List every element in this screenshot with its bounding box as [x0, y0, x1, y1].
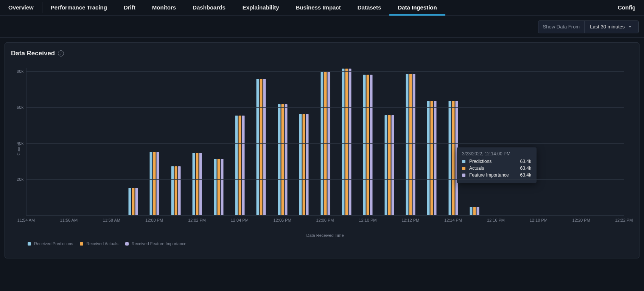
legend-item[interactable]: Received Predictions	[28, 241, 73, 246]
tab-performance-tracing[interactable]: Performance Tracing	[42, 0, 115, 16]
bar	[196, 153, 199, 216]
bar-group[interactable]	[171, 166, 180, 215]
bar	[348, 69, 351, 215]
bar	[174, 166, 177, 215]
bar	[281, 104, 284, 215]
toolbar: Show Data From Last 30 minutes	[0, 16, 644, 38]
x-tick-label: 12:02 PM	[188, 218, 206, 222]
bar	[299, 114, 302, 215]
bar	[384, 115, 387, 215]
bar	[434, 101, 437, 215]
time-range-dropdown[interactable]: Show Data From Last 30 minutes	[538, 20, 639, 33]
bar	[153, 152, 156, 215]
bar	[370, 75, 373, 215]
bar	[263, 79, 266, 216]
bar-group[interactable]	[278, 104, 287, 215]
bar	[260, 79, 263, 216]
plot-area[interactable]: 3/23/2022, 12:14:00 PM Predictions63.4kA…	[26, 68, 624, 216]
bar-group[interactable]	[257, 79, 266, 216]
y-tick-label: 60k	[17, 105, 26, 110]
bar-group[interactable]	[128, 188, 138, 215]
tab-dashboards[interactable]: Dashboards	[184, 0, 234, 16]
x-tick-label: 12:14 PM	[444, 218, 462, 222]
bar-group[interactable]	[342, 69, 351, 215]
bar	[199, 153, 202, 216]
bar-group[interactable]	[470, 207, 479, 215]
tab-config[interactable]: Config	[610, 0, 644, 16]
bar	[473, 207, 476, 215]
time-range-label: Show Data From	[538, 21, 585, 33]
gridline	[26, 179, 624, 180]
bar	[132, 188, 134, 215]
bar	[470, 207, 473, 215]
x-tick-label: 12:08 PM	[316, 218, 334, 222]
x-tick-label: 12:22 PM	[615, 218, 633, 222]
bar-group[interactable]	[214, 159, 223, 215]
legend-item[interactable]: Received Actuals	[80, 241, 118, 246]
legend-label: Received Actuals	[86, 241, 118, 246]
bar	[409, 74, 412, 215]
tab-monitors[interactable]: Monitors	[144, 0, 184, 16]
bar-group[interactable]	[299, 114, 309, 215]
bar	[135, 188, 138, 215]
x-tick-label: 12:16 PM	[487, 218, 505, 222]
bar	[427, 101, 430, 215]
bar-group[interactable]	[235, 116, 244, 215]
x-tick-label: 11:58 AM	[103, 218, 120, 222]
tab-datasets[interactable]: Datasets	[349, 0, 390, 16]
x-tick-label: 12:18 PM	[530, 218, 548, 222]
x-axis: 11:54 AM11:56 AM11:58 AM12:00 PM12:02 PM…	[26, 218, 624, 223]
bar-group[interactable]	[193, 153, 202, 216]
tab-overview[interactable]: Overview	[0, 0, 42, 16]
x-tick-label: 11:56 AM	[60, 218, 78, 222]
bar	[285, 104, 287, 215]
bar	[388, 115, 390, 215]
legend-swatch	[80, 242, 83, 246]
data-received-panel: Data Received i Count 3/23/2022, 12:14:0…	[5, 42, 639, 258]
bar	[242, 116, 244, 215]
legend-item[interactable]: Received Feature Importance	[125, 241, 187, 246]
legend-swatch	[125, 242, 129, 246]
bar	[217, 159, 220, 215]
legend-label: Received Feature Importance	[132, 241, 187, 246]
x-tick-label: 12:12 PM	[401, 218, 419, 222]
bar-group[interactable]	[448, 101, 458, 215]
bar	[157, 152, 159, 215]
bar	[455, 101, 458, 215]
gridline	[26, 107, 624, 108]
y-tick-label: 80k	[17, 69, 26, 74]
panel-title: Data Received	[11, 50, 55, 57]
tab-data-ingestion[interactable]: Data Ingestion	[389, 0, 445, 16]
chart: Count 3/23/2022, 12:14:00 PM Predictions…	[5, 64, 639, 258]
bar	[193, 153, 195, 216]
x-tick-label: 12:10 PM	[359, 218, 376, 222]
y-tick-label: 40k	[17, 141, 26, 146]
x-tick-label: 11:54 AM	[17, 218, 35, 222]
tab-business-impact[interactable]: Business Impact	[288, 0, 349, 16]
bar	[452, 101, 454, 215]
bar	[367, 75, 369, 215]
bar	[477, 207, 479, 215]
bar	[303, 114, 305, 215]
bar	[306, 114, 309, 215]
legend-swatch	[28, 242, 31, 246]
x-tick-label: 12:04 PM	[231, 218, 249, 222]
bar	[238, 116, 241, 215]
bar	[342, 69, 344, 215]
x-tick-label: 12:06 PM	[274, 218, 291, 222]
bar-group[interactable]	[150, 152, 159, 215]
nav-tabs: OverviewPerformance TracingDriftMonitors…	[0, 0, 644, 16]
tab-drift[interactable]: Drift	[115, 0, 144, 16]
bar-group[interactable]	[363, 75, 373, 215]
bar	[431, 101, 433, 215]
bar	[413, 74, 415, 215]
chart-legend: Received PredictionsReceived ActualsRece…	[26, 241, 624, 246]
bar-group[interactable]	[384, 115, 394, 215]
tab-explainability[interactable]: Explainability	[234, 0, 288, 16]
bar-group[interactable]	[427, 101, 437, 215]
bar	[221, 159, 223, 215]
bar	[278, 104, 280, 215]
info-icon[interactable]: i	[58, 50, 64, 56]
bar-group[interactable]	[406, 74, 415, 215]
bar	[406, 74, 409, 215]
